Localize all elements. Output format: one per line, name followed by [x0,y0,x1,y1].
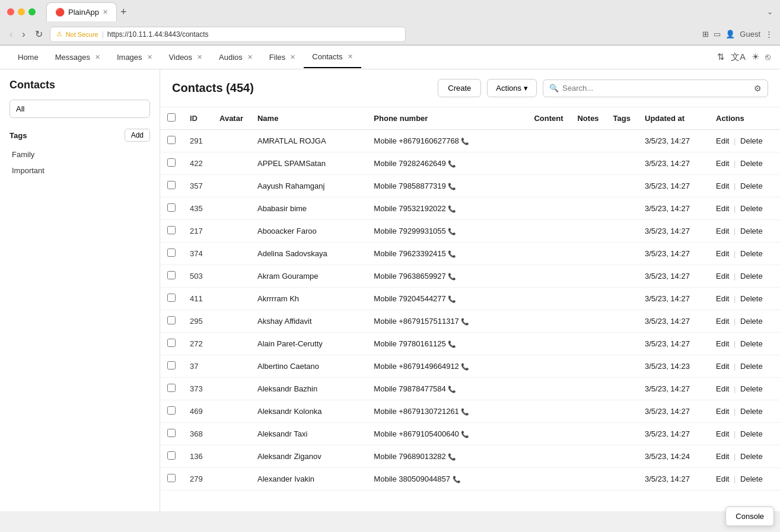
cell-name: Adelina Sadovskaya [250,243,367,265]
tab-expand-icon[interactable]: ⌄ [767,8,773,16]
close-window-button[interactable] [7,8,14,15]
delete-link[interactable]: Delete [740,339,763,348]
nav-item-messages[interactable]: Messages ✕ [47,47,109,68]
minimize-window-button[interactable] [18,8,25,15]
reader-mode-icon[interactable]: ⊞ [702,30,709,39]
edit-link[interactable]: Edit [716,272,729,281]
row-checkbox-3[interactable] [167,203,176,212]
edit-link[interactable]: Edit [716,227,729,235]
nav-item-home[interactable]: Home [9,47,47,68]
menu-icon[interactable]: ⋮ [765,30,773,39]
create-button[interactable]: Create [438,79,481,97]
sidebar-all-input[interactable] [9,100,150,118]
row-checkbox-13[interactable] [167,429,176,437]
translate-icon[interactable]: 文A [731,52,746,63]
edit-link[interactable]: Edit [716,339,729,348]
delete-link[interactable]: Delete [740,407,763,416]
delete-link[interactable]: Delete [740,159,763,168]
row-checkbox-1[interactable] [167,158,176,167]
search-input[interactable] [562,84,750,93]
select-all-checkbox[interactable] [167,113,176,122]
edit-link[interactable]: Edit [716,204,729,213]
row-checkbox-7[interactable] [167,294,176,302]
nav-item-contacts[interactable]: Contacts ✕ [304,46,361,68]
nav-item-files[interactable]: Files ✕ [261,47,304,68]
delete-link[interactable]: Delete [740,474,763,483]
cell-id: 357 [183,175,212,197]
row-checkbox-15[interactable] [167,474,176,482]
active-browser-tab[interactable]: 🔴 PlainApp ✕ [46,2,117,21]
back-button[interactable]: ‹ [7,28,15,41]
row-checkbox-5[interactable] [167,249,176,257]
action-separator: | [734,159,736,168]
row-checkbox-12[interactable] [167,406,176,415]
row-checkbox-14[interactable] [167,451,176,460]
sidebar-tag-important[interactable]: Important [9,163,150,179]
console-button[interactable]: Console [725,506,774,526]
delete-link[interactable]: Delete [740,317,763,326]
phone-icon: 📞 [448,453,456,460]
nav-contacts-close[interactable]: ✕ [348,53,353,60]
edit-link[interactable]: Edit [716,384,729,393]
add-tag-button[interactable]: Add [125,129,150,142]
refresh-button[interactable]: ↻ [33,27,45,41]
cell-id: 422 [183,152,212,175]
row-checkbox-10[interactable] [167,361,176,369]
delete-link[interactable]: Delete [740,136,763,145]
row-checkbox-0[interactable] [167,136,176,144]
filter-icon[interactable]: ⚙ [754,84,762,93]
cell-phone: Mobile 79689013282 📞 [367,445,527,468]
row-checkbox-6[interactable] [167,271,176,279]
delete-link[interactable]: Delete [740,181,763,190]
tab-close-button[interactable]: ✕ [103,8,108,16]
row-checkbox-4[interactable] [167,226,176,234]
sort-icon[interactable]: ⇅ [717,52,725,63]
delete-link[interactable]: Delete [740,429,763,438]
delete-link[interactable]: Delete [740,294,763,303]
delete-link[interactable]: Delete [740,272,763,281]
theme-icon[interactable]: ☀ [752,52,759,63]
edit-link[interactable]: Edit [716,159,729,168]
row-checkbox-2[interactable] [167,181,176,189]
nav-videos-close[interactable]: ✕ [197,53,202,61]
row-checkbox-8[interactable] [167,316,176,324]
sidebar-tag-family[interactable]: Family [9,146,150,163]
row-checkbox-9[interactable] [167,339,176,347]
nav-images-close[interactable]: ✕ [147,53,152,61]
cell-actions: Edit | Delete [709,175,780,197]
delete-link[interactable]: Delete [740,362,763,371]
row-checkbox-11[interactable] [167,384,176,392]
delete-link[interactable]: Delete [740,249,763,258]
nav-item-audios[interactable]: Audios ✕ [211,47,261,68]
nav-messages-close[interactable]: ✕ [95,53,100,61]
delete-link[interactable]: Delete [740,204,763,213]
actions-button[interactable]: Actions ▾ [487,79,537,97]
new-tab-button[interactable]: + [117,6,130,18]
split-view-icon[interactable]: ▭ [714,30,721,39]
tags-section-label: Tags [9,131,27,140]
edit-link[interactable]: Edit [716,452,729,461]
nav-item-videos[interactable]: Videos ✕ [161,47,211,68]
nav-files-close[interactable]: ✕ [290,53,295,61]
delete-link[interactable]: Delete [740,227,763,235]
search-bar[interactable]: 🔍 ⚙ [543,79,768,97]
edit-link[interactable]: Edit [716,429,729,438]
edit-link[interactable]: Edit [716,181,729,190]
nav-audios-close[interactable]: ✕ [247,53,253,61]
cell-phone: Mobile 79878477584 📞 [367,378,527,400]
edit-link[interactable]: Edit [716,362,729,371]
edit-link[interactable]: Edit [716,294,729,303]
edit-link[interactable]: Edit [716,407,729,416]
delete-link[interactable]: Delete [740,384,763,393]
maximize-window-button[interactable] [28,8,36,15]
delete-link[interactable]: Delete [740,452,763,461]
edit-link[interactable]: Edit [716,474,729,483]
edit-link[interactable]: Edit [716,249,729,258]
forward-button[interactable]: › [20,28,27,41]
edit-link[interactable]: Edit [716,136,729,145]
address-input[interactable]: ⚠ Not Secure | https://10.11.1.44:8443/c… [50,27,406,42]
nav-item-images[interactable]: Images ✕ [109,47,161,68]
logout-icon[interactable]: ⎋ [765,52,771,63]
edit-link[interactable]: Edit [716,317,729,326]
cell-updated: 3/5/23, 14:23 [638,355,709,378]
